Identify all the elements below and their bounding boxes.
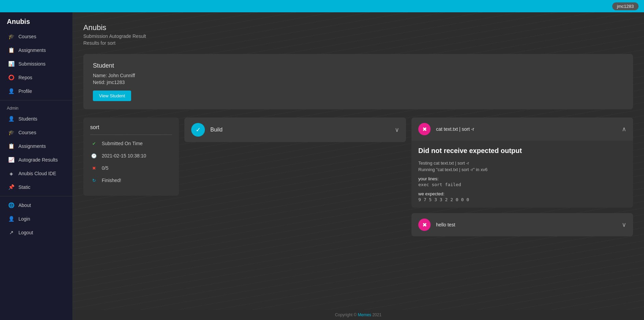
- timestamp-icon: 🕐: [90, 152, 98, 159]
- student-netid: Netid: jmc1283: [93, 80, 624, 85]
- profile-icon: 👤: [8, 88, 14, 94]
- sidebar-item-label-static: Static: [18, 184, 30, 190]
- sidebar-item-label-courses: Courses: [18, 34, 36, 39]
- test-chevron-button-1[interactable]: ∧: [622, 125, 626, 133]
- sidebar-item-profile[interactable]: 👤 Profile: [1, 85, 71, 98]
- sidebar-item-students[interactable]: 👤 Students: [1, 112, 71, 125]
- score-icon: ✖: [90, 164, 98, 172]
- test-error-title: Did not receive expected output: [418, 146, 626, 155]
- test-command-2: hello test: [436, 222, 616, 227]
- test-fail-icon-2: ✖: [418, 219, 431, 231]
- we-expected-section: we expected: 9 7 5 3 3 2 2 0 0 0: [418, 191, 626, 202]
- main-content: Anubis Submission Autograde Result Resul…: [72, 12, 644, 320]
- student-card: Student Name: John Cunniff Netid: jmc128…: [83, 54, 633, 109]
- test-header-2: ✖ hello test ∨: [411, 213, 633, 236]
- sidebar-item-label-logout: Logout: [18, 230, 33, 235]
- test-card-2: ✖ hello test ∨: [411, 213, 633, 236]
- sidebar-divider-2: [0, 196, 72, 196]
- sidebar-item-courses[interactable]: 🎓 Courses: [1, 30, 71, 43]
- user-chip[interactable]: jmc1283: [612, 2, 639, 10]
- results-grid: sort ✔ Submitted On Time 🕐 2021-02-15 10…: [83, 117, 633, 236]
- page-title: Anubis: [83, 23, 633, 32]
- footer-text-before: Copyright ©: [335, 312, 358, 317]
- repos-icon: ⭕: [8, 74, 14, 81]
- sidebar-item-label-about: About: [18, 203, 31, 208]
- students-icon: 👤: [8, 116, 14, 122]
- test-card-1: ✖ cat text.txt | sort -r ∧ Did not recei…: [411, 117, 633, 208]
- build-chevron-button[interactable]: ∨: [395, 126, 399, 134]
- your-lines-label: your lines:: [418, 176, 626, 181]
- admin-assignments-icon: 📋: [8, 143, 14, 149]
- layout: Anubis 🎓 Courses 📋 Assignments 📊 Submiss…: [0, 12, 644, 320]
- sidebar-item-label-login: Login: [18, 216, 30, 222]
- sidebar-item-admin-assignments[interactable]: 📋 Assignments: [1, 140, 71, 153]
- sidebar-item-autograde[interactable]: 📈 Autograde Results: [1, 153, 71, 166]
- sidebar-item-label-profile: Profile: [18, 88, 32, 94]
- submitted-on-time-icon: ✔: [90, 140, 98, 147]
- sidebar-item-label-autograde: Autograde Results: [18, 157, 58, 163]
- app-title: Anubis: [0, 12, 72, 30]
- build-title: Build: [210, 127, 389, 133]
- sidebar-item-label-cloud-ide: Anubis Cloud IDE: [18, 171, 56, 176]
- test-header-1: ✖ cat text.txt | sort -r ∧: [411, 117, 633, 141]
- score-label: 0/5: [102, 165, 108, 171]
- we-expected-label: we expected:: [418, 191, 626, 196]
- your-lines-value: exec sort failed: [418, 182, 626, 187]
- test-line-1: Testing cat text.txt | sort -r: [418, 161, 626, 166]
- test-line-2: Running "cat text.txt | sort -r" in xv6: [418, 167, 626, 172]
- sidebar-item-admin-courses[interactable]: 🎓 Courses: [1, 126, 71, 139]
- sidebar-item-label-submissions: Submissions: [18, 61, 45, 67]
- view-student-button[interactable]: View Student: [93, 91, 131, 101]
- sidebar-item-submissions[interactable]: 📊 Submissions: [1, 57, 71, 70]
- page-header: Anubis Submission Autograde Result Resul…: [83, 23, 633, 46]
- sort-card-title: sort: [90, 124, 172, 135]
- admin-courses-icon: 🎓: [8, 129, 14, 136]
- submitted-on-time-label: Submitted On Time: [102, 141, 143, 146]
- logout-icon: ↗: [8, 229, 14, 236]
- footer: Copyright © Memes 2021: [72, 310, 644, 320]
- sort-score: ✖ 0/5: [90, 164, 172, 172]
- status-icon: ↻: [90, 177, 98, 184]
- timestamp-label: 2021-02-15 10:38:10: [102, 153, 146, 158]
- sidebar-item-label-students: Students: [18, 116, 37, 122]
- sort-status: ↻ Finished!: [90, 177, 172, 184]
- sidebar-item-label-assignments: Assignments: [18, 47, 46, 53]
- sidebar-item-label-admin-courses: Courses: [18, 130, 36, 135]
- sidebar-divider-1: [0, 100, 72, 100]
- student-section-title: Student: [93, 62, 624, 69]
- sidebar-item-cloud-ide[interactable]: ◈ Anubis Cloud IDE: [1, 167, 71, 180]
- sidebar-item-logout[interactable]: ↗ Logout: [1, 226, 71, 239]
- admin-section-label: Admin: [0, 102, 72, 112]
- sidebar-item-assignments[interactable]: 📋 Assignments: [1, 44, 71, 57]
- static-icon: 📌: [8, 184, 14, 190]
- build-card: ✓ Build ∨: [184, 117, 406, 142]
- test-command-1: cat text.txt | sort -r: [436, 126, 616, 132]
- sidebar-item-label-repos: Repos: [18, 75, 32, 80]
- we-expected-value: 9 7 5 3 3 2 2 0 0 0: [418, 197, 626, 202]
- build-check-icon: ✓: [191, 123, 205, 137]
- sort-card: sort ✔ Submitted On Time 🕐 2021-02-15 10…: [83, 117, 179, 196]
- topbar: jmc1283: [0, 0, 644, 12]
- status-label: Finished!: [102, 178, 121, 183]
- submissions-icon: 📊: [8, 61, 14, 67]
- about-icon: 🌐: [8, 202, 14, 208]
- footer-link[interactable]: Memes: [358, 312, 371, 317]
- page-subtitle1: Submission Autograde Result: [83, 33, 633, 39]
- sort-timestamp: 🕐 2021-02-15 10:38:10: [90, 152, 172, 159]
- test-chevron-button-2[interactable]: ∨: [622, 221, 626, 228]
- test-body-1: Did not receive expected output Testing …: [411, 141, 633, 208]
- sidebar-item-label-admin-assignments: Assignments: [18, 143, 46, 149]
- autograde-icon: 📈: [8, 157, 14, 163]
- sidebar-item-login[interactable]: 👤 Login: [1, 212, 71, 225]
- sidebar: Anubis 🎓 Courses 📋 Assignments 📊 Submiss…: [0, 12, 72, 320]
- test-fail-icon-1: ✖: [418, 123, 431, 135]
- sidebar-item-repos[interactable]: ⭕ Repos: [1, 71, 71, 84]
- courses-icon: 🎓: [8, 33, 14, 40]
- sidebar-item-static[interactable]: 📌 Static: [1, 181, 71, 194]
- sort-submitted-on-time: ✔ Submitted On Time: [90, 140, 172, 147]
- login-icon: 👤: [8, 216, 14, 222]
- sidebar-item-about[interactable]: 🌐 About: [1, 199, 71, 212]
- cloud-ide-icon: ◈: [8, 170, 14, 177]
- page-subtitle2: Results for sort: [83, 40, 633, 46]
- student-name: Name: John Cunniff: [93, 73, 624, 78]
